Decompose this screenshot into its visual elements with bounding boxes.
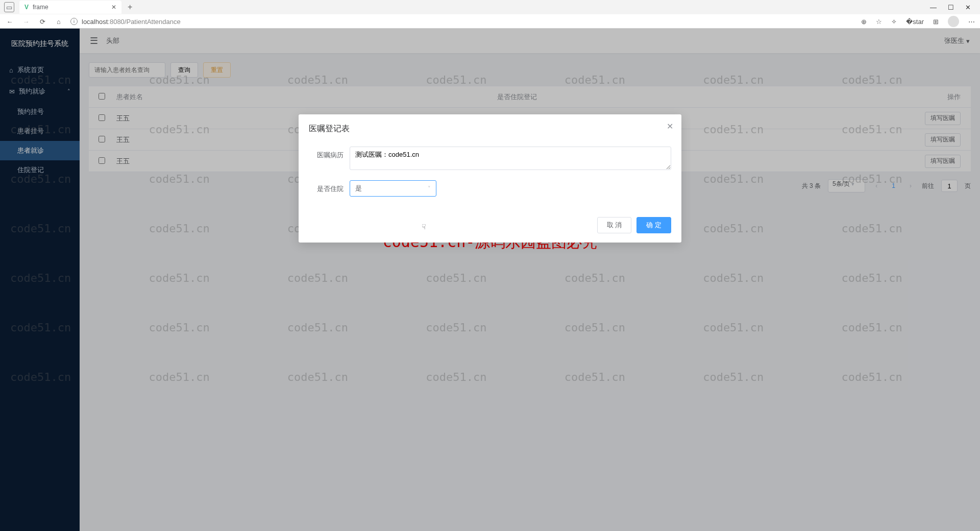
- collections-icon[interactable]: ☆: [876, 18, 882, 26]
- forward-icon: →: [21, 17, 31, 26]
- maximize-icon[interactable]: ☐: [948, 4, 954, 11]
- favorites-icon[interactable]: �star: [906, 18, 924, 26]
- tab-bar: ▭ V frame ✕ + — ☐ ✕: [0, 0, 980, 14]
- url-path: :8080/PatientAttendance: [108, 18, 180, 26]
- read-mode-icon[interactable]: ⊕: [861, 18, 867, 26]
- close-icon[interactable]: ✕: [111, 4, 116, 11]
- cancel-button[interactable]: 取 消: [597, 217, 632, 233]
- hospitalize-label: 是否住院: [309, 180, 350, 194]
- url-host: localhost: [82, 18, 108, 26]
- hospitalize-value: 是: [355, 184, 362, 193]
- browser-chrome: ▭ V frame ✕ + — ☐ ✕ ← → ⟳ ⌂ i localhost:…: [0, 0, 980, 29]
- window-controls: — ☐ ✕: [930, 4, 980, 11]
- hospitalize-select[interactable]: 是 ˅: [350, 180, 436, 197]
- close-window-icon[interactable]: ✕: [965, 4, 971, 11]
- close-icon[interactable]: ✕: [667, 122, 673, 131]
- back-icon[interactable]: ←: [5, 17, 14, 26]
- address-bar: ← → ⟳ ⌂ i localhost:8080/PatientAttendan…: [0, 14, 980, 29]
- form-row-hospitalize: 是否住院 是 ˅: [309, 180, 671, 197]
- browser-tab[interactable]: V frame ✕: [19, 1, 121, 14]
- app-root: 医院预约挂号系统 ⌂ 系统首页 ✉ 预约就诊 ˄ 预约挂号 患者挂号 患者就诊 …: [0, 29, 980, 531]
- home-icon[interactable]: ⌂: [54, 17, 63, 26]
- site-info-icon[interactable]: i: [70, 18, 78, 25]
- addons-icon[interactable]: ⊞: [933, 18, 939, 26]
- tab-title: frame: [33, 4, 48, 11]
- more-icon[interactable]: ⋯: [968, 18, 975, 26]
- dialog-title: 医嘱登记表: [309, 124, 671, 134]
- order-dialog: 医嘱登记表 ✕ 医嘱病历 是否住院 是 ˅ 取 消 确 定: [299, 114, 681, 243]
- url-area[interactable]: i localhost:8080/PatientAttendance: [70, 18, 854, 26]
- new-tab-button[interactable]: +: [128, 3, 132, 12]
- form-row-record: 医嘱病历: [309, 147, 671, 170]
- chevron-down-icon: ˅: [428, 185, 431, 192]
- refresh-icon[interactable]: ⟳: [38, 17, 47, 26]
- modal-overlay: 医嘱登记表 ✕ 医嘱病历 是否住院 是 ˅ 取 消 确 定 ☟: [0, 29, 980, 531]
- profile-avatar[interactable]: [948, 16, 959, 27]
- confirm-button[interactable]: 确 定: [636, 217, 671, 233]
- record-textarea[interactable]: [350, 147, 671, 170]
- tab-square-icon[interactable]: ▭: [4, 2, 14, 12]
- extensions-icon[interactable]: ✧: [891, 18, 897, 26]
- dialog-footer: 取 消 确 定: [309, 217, 671, 233]
- record-label: 医嘱病历: [309, 147, 350, 160]
- minimize-icon[interactable]: —: [930, 4, 937, 11]
- vue-icon: V: [24, 4, 29, 11]
